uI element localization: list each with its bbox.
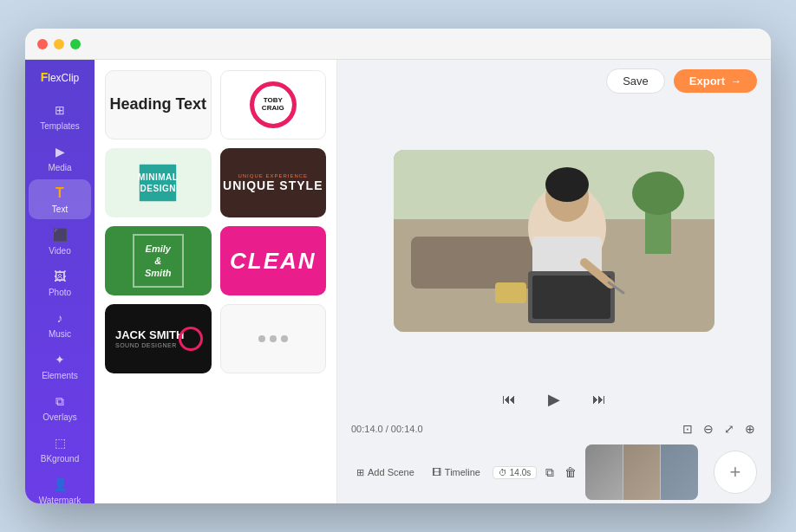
sidebar-item-label: Text	[52, 204, 68, 214]
add-clip-button[interactable]: +	[714, 451, 757, 494]
sidebar-item-overlays[interactable]: ⧉ Overlays	[29, 387, 91, 427]
sidebar-item-music[interactable]: ♪ Music	[29, 304, 91, 344]
app-body: FlexClip ⊞ Templates ▶ Media T Text ⬛ Vi…	[25, 60, 771, 503]
text-card-minimal[interactable]: MINIMAL DESIGN	[105, 148, 212, 217]
jack-subtitle: SOUND DESIGNER	[115, 342, 177, 348]
sidebar-item-media[interactable]: ▶ Media	[29, 138, 91, 178]
add-scene-label: Add Scene	[368, 467, 414, 477]
sidebar-item-label: Video	[49, 246, 70, 256]
emily-text: Emily & Smith	[145, 243, 172, 280]
toby-inner: TOBY CRAIG	[250, 81, 297, 128]
media-icon: ▶	[51, 143, 69, 160]
timeline-icon: 🎞	[432, 467, 441, 477]
clip-thumb-1	[585, 444, 623, 500]
emily-border: Emily & Smith	[133, 234, 184, 289]
add-scene-button[interactable]: ⊞ Add Scene	[351, 465, 420, 480]
delete-clip-button[interactable]: 🗑	[563, 464, 578, 481]
text-card-unique[interactable]: UNIQUE EXPERIENCE UNIQUE STYLE	[220, 148, 327, 217]
sidebar-item-label: Watermark	[39, 496, 82, 503]
main-content: Heading Text TOBY CRAIG	[95, 60, 771, 503]
text-card-toby[interactable]: TOBY CRAIG	[220, 70, 327, 139]
jack-circle	[179, 327, 203, 351]
clip-thumb-3	[661, 444, 698, 500]
export-button[interactable]: Export →	[674, 69, 757, 93]
overlays-icon: ⧉	[51, 393, 69, 410]
sidebar-item-label: BKground	[41, 454, 79, 464]
timeline-label: Timeline	[445, 467, 480, 477]
text-card-jack[interactable]: JACK SMITH SOUND DESIGNER	[105, 304, 212, 373]
maximize-button[interactable]	[70, 39, 81, 49]
text-card-emily[interactable]: Emily & Smith	[105, 226, 212, 295]
svg-point-4	[632, 172, 684, 215]
video-preview	[394, 150, 714, 332]
clip-thumb-2	[623, 444, 661, 500]
clean-text: CLEAN	[230, 248, 316, 275]
zoom-reset-button[interactable]: ⤢	[722, 420, 736, 438]
music-icon: ♪	[51, 309, 69, 327]
svg-rect-14	[495, 282, 526, 303]
view-controls: ⊡ ⊖ ⤢ ⊕	[681, 420, 757, 438]
close-button[interactable]	[37, 39, 48, 49]
timeline-button[interactable]: 🎞 Timeline	[427, 465, 486, 479]
add-scene-icon: ⊞	[356, 467, 364, 478]
sidebar: FlexClip ⊞ Templates ▶ Media T Text ⬛ Vi…	[25, 60, 95, 503]
clock-icon: ⏱	[499, 468, 507, 477]
sidebar-item-label: Music	[49, 329, 71, 339]
text-panel: Heading Text TOBY CRAIG	[95, 60, 337, 503]
toby-name-line1: TOBY	[262, 97, 284, 105]
sidebar-item-watermark[interactable]: 👤 Watermark	[29, 470, 91, 503]
save-button[interactable]: Save	[606, 68, 665, 94]
dot-3	[281, 335, 288, 342]
templates-icon: ⊞	[51, 101, 69, 119]
right-panel: Save Export →	[337, 60, 771, 503]
sidebar-item-text[interactable]: T Text	[29, 179, 91, 219]
preview-svg	[394, 150, 714, 332]
sidebar-item-templates[interactable]: ⊞ Templates	[29, 96, 91, 136]
player-controls: ⏮ ▶ ⏭	[337, 379, 771, 417]
bottom-bar: 00:14.0 / 00:14.0 ⊡ ⊖ ⤢ ⊕	[337, 417, 771, 441]
minimize-button[interactable]	[54, 39, 64, 49]
title-bar	[25, 29, 771, 60]
sidebar-item-video[interactable]: ⬛ Video	[29, 221, 91, 261]
dot-1	[258, 335, 265, 342]
logo-text: FlexClip	[41, 70, 80, 84]
toby-ring: TOBY CRAIG	[250, 81, 297, 128]
zoom-in-button[interactable]: ⊕	[743, 420, 757, 438]
jack-name: JACK SMITH	[115, 329, 184, 341]
time-display: 00:14.0 / 00:14.0	[351, 424, 423, 434]
duration-display: ⏱ 14.0s	[493, 466, 537, 479]
svg-rect-10	[532, 276, 610, 319]
timeline-track[interactable]	[585, 444, 698, 500]
zoom-out-button[interactable]: ⊖	[701, 420, 715, 438]
copy-clip-button[interactable]: ⧉	[544, 464, 556, 482]
sidebar-item-bkground[interactable]: ⬚ BKground	[29, 429, 91, 469]
text-card-clean[interactable]: CLEAN	[220, 226, 327, 295]
track-clip	[585, 444, 698, 500]
sidebar-item-elements[interactable]: ✦ Elements	[29, 346, 91, 386]
minimal-text: MINIMAL DESIGN	[138, 172, 178, 194]
export-arrow-icon: →	[730, 75, 741, 88]
logo: FlexClip	[34, 70, 87, 84]
video-icon: ⬛	[51, 226, 69, 243]
sidebar-item-label: Templates	[40, 121, 80, 131]
unique-inner: UNIQUE EXPERIENCE UNIQUE STYLE	[223, 173, 323, 192]
dot-2	[270, 335, 277, 342]
skip-back-button[interactable]: ⏮	[495, 386, 523, 413]
text-card-more[interactable]	[220, 304, 327, 373]
watermark-icon: 👤	[51, 476, 69, 493]
app-window: FlexClip ⊞ Templates ▶ Media T Text ⬛ Vi…	[25, 29, 771, 503]
sidebar-item-label: Elements	[42, 371, 78, 380]
skip-forward-button[interactable]: ⏭	[585, 386, 613, 413]
play-button[interactable]: ▶	[540, 386, 568, 413]
duration-value: 14.0s	[510, 468, 531, 477]
heading-text: Heading Text	[109, 95, 206, 114]
text-icon: T	[51, 185, 69, 202]
unique-style-text: UNIQUE STYLE	[223, 178, 323, 192]
photo-icon: 🖼	[51, 268, 69, 285]
fit-view-button[interactable]: ⊡	[681, 420, 695, 438]
sidebar-item-photo[interactable]: 🖼 Photo	[29, 263, 91, 302]
video-image	[394, 150, 714, 332]
export-label: Export	[689, 75, 725, 88]
timeline-row: ⊞ Add Scene 🎞 Timeline ⏱ 14.0s ⧉ 🗑	[337, 441, 771, 503]
text-card-heading[interactable]: Heading Text	[105, 70, 212, 139]
